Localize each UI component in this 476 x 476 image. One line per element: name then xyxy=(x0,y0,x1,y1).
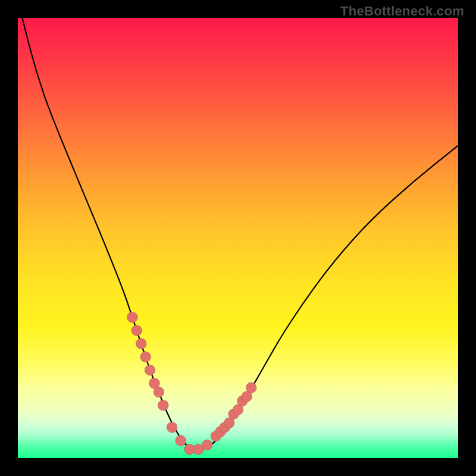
watermark-text: TheBottleneck.com xyxy=(340,4,464,19)
chart-frame: TheBottleneck.com xyxy=(0,0,476,476)
sample-dot xyxy=(136,339,146,349)
sample-dot xyxy=(176,435,186,446)
sample-dots-group xyxy=(127,312,256,455)
sample-dot xyxy=(127,312,137,322)
sample-dot xyxy=(202,440,212,450)
sample-dot xyxy=(140,352,151,362)
sample-dot xyxy=(131,325,142,336)
sample-dot xyxy=(167,422,177,433)
sample-dot xyxy=(158,400,168,411)
sample-dot xyxy=(246,383,256,393)
curve-svg xyxy=(18,18,458,458)
bottleneck-curve xyxy=(22,18,458,449)
plot-area xyxy=(18,18,458,458)
sample-dot xyxy=(145,365,155,375)
sample-dot xyxy=(154,387,164,397)
